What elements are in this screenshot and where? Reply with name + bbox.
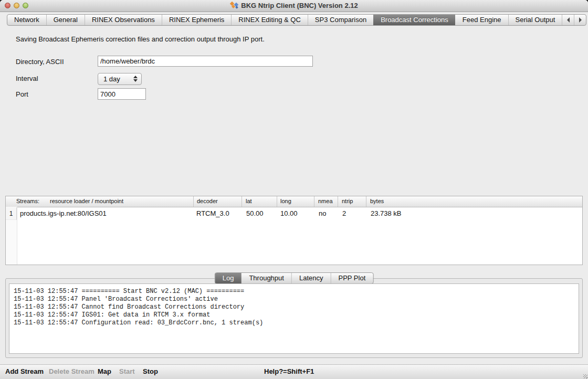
window-title: BKG Ntrip Client (BNC) Version 2.12 xyxy=(0,0,588,12)
log-output[interactable]: 15-11-03 12:55:47 ========== Start BNC v… xyxy=(9,283,579,354)
arrow-right-icon xyxy=(579,17,582,23)
tab-scroll-right-button[interactable] xyxy=(574,15,586,25)
directory-ascii-label: Directory, ASCII xyxy=(16,58,64,66)
cell-bytes[interactable]: 23.738 kB xyxy=(366,207,582,220)
streams-table-header: Streams:resource loader / mountpoint dec… xyxy=(6,196,582,207)
tab-log[interactable]: Log xyxy=(215,273,242,283)
streams-table: Streams:resource loader / mountpoint dec… xyxy=(5,196,583,265)
bnc-app-window: BKG Ntrip Client (BNC) Version 2.12 Netw… xyxy=(0,0,588,379)
tab-feed-engine[interactable]: Feed Engine xyxy=(455,15,508,25)
tab-serial-output[interactable]: Serial Output xyxy=(508,15,562,25)
header-bytes[interactable]: bytes xyxy=(366,196,582,207)
port-label: Port xyxy=(16,90,28,98)
cell-mountpoint[interactable]: products.igs-ip.net:80/IGS01 xyxy=(17,207,194,220)
header-ntrip[interactable]: ntrip xyxy=(338,196,366,207)
cell-long[interactable]: 10.00 xyxy=(277,207,314,220)
port-input[interactable] xyxy=(98,88,146,100)
header-decoder[interactable]: decoder xyxy=(194,196,242,207)
tab-ppp-plot[interactable]: PPP Plot xyxy=(330,273,373,283)
header-nmea[interactable]: nmea xyxy=(314,196,338,207)
log-line: 15-11-03 12:55:47 Panel 'Broadcast Corre… xyxy=(14,296,574,303)
arrow-left-icon xyxy=(567,17,570,23)
row-number: 1 xyxy=(6,207,17,220)
tab-general[interactable]: General xyxy=(46,15,85,25)
log-line: 15-11-03 12:55:47 Cannot find Broadcast … xyxy=(14,303,574,311)
interval-selected-value: 1 day xyxy=(103,75,120,83)
tab-rinex-ephemeris[interactable]: RINEX Ephemeris xyxy=(162,15,231,25)
log-line: 15-11-03 12:55:47 ========== Start BNC v… xyxy=(14,288,574,296)
tab-network[interactable]: Network xyxy=(7,15,46,25)
tab-scroll-left-button[interactable] xyxy=(562,15,574,25)
tab-latency[interactable]: Latency xyxy=(291,273,331,283)
cell-decoder[interactable]: RTCM_3.0 xyxy=(194,207,242,220)
panel-description: Saving Broadcast Ephemeris correction fi… xyxy=(16,35,265,43)
log-line: 15-11-03 12:55:47 Configuration read: 03… xyxy=(14,319,574,327)
interval-label: Interval xyxy=(16,75,38,82)
tab-broadcast-corrections[interactable]: Broadcast Corrections xyxy=(373,15,455,25)
directory-ascii-input[interactable] xyxy=(98,56,313,67)
delete-stream-button: Delete Stream xyxy=(49,365,94,378)
log-line: 15-11-03 12:55:47 IGS01: Get data in RTC… xyxy=(14,311,574,319)
cell-nmea[interactable]: no xyxy=(314,207,338,220)
combo-stepper-icon xyxy=(133,76,138,82)
bottom-button-bar: Add Stream Delete Stream Map Start Stop … xyxy=(0,364,588,379)
main-tab-bar: Network General RINEX Observations RINEX… xyxy=(7,14,586,26)
title-bar: BKG Ntrip Client (BNC) Version 2.12 xyxy=(0,0,588,12)
tab-throughput[interactable]: Throughput xyxy=(241,273,291,283)
bnc-app-icon xyxy=(230,2,239,9)
header-lat[interactable]: lat xyxy=(242,196,277,207)
header-long[interactable]: long xyxy=(277,196,314,207)
resize-grip[interactable] xyxy=(583,374,587,378)
add-stream-button[interactable]: Add Stream xyxy=(5,365,44,378)
cell-lat[interactable]: 50.00 xyxy=(242,207,277,220)
header-mountpoint[interactable]: Streams:resource loader / mountpoint xyxy=(6,196,194,207)
stop-button[interactable]: Stop xyxy=(143,365,158,378)
cell-ntrip[interactable]: 2 xyxy=(338,207,366,220)
window-title-text: BKG Ntrip Client (BNC) Version 2.12 xyxy=(241,2,358,9)
tab-sp3-comparison[interactable]: SP3 Comparison xyxy=(308,15,373,25)
tab-rinex-editing-qc[interactable]: RINEX Editing & QC xyxy=(231,15,308,25)
start-button: Start xyxy=(119,365,135,378)
table-row[interactable]: 1 products.igs-ip.net:80/IGS01 RTCM_3.0 … xyxy=(6,207,582,220)
log-tab-bar: Log Throughput Latency PPP Plot xyxy=(215,272,374,284)
help-shortcut-label: Help?=Shift+F1 xyxy=(264,365,314,378)
interval-select[interactable]: 1 day xyxy=(98,73,142,85)
map-button[interactable]: Map xyxy=(98,365,111,378)
tab-rinex-observations[interactable]: RINEX Observations xyxy=(85,15,162,25)
